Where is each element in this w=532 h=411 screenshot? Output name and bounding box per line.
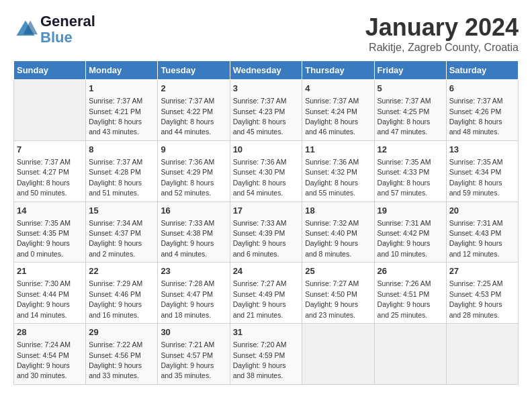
day-daylight: Daylight: 9 hours and 35 minutes.: [161, 361, 214, 379]
day-sunrise: Sunrise: 7:30 AM: [17, 279, 71, 287]
calendar-cell: 6 Sunrise: 7:37 AM Sunset: 4:26 PM Dayli…: [446, 80, 518, 141]
day-number: 14: [17, 205, 83, 217]
logo: General Blue: [13, 13, 95, 46]
day-sunrise: Sunrise: 7:35 AM: [17, 219, 71, 227]
day-sunrise: Sunrise: 7:36 AM: [161, 158, 214, 166]
day-number: 29: [89, 326, 154, 338]
day-sunset: Sunset: 4:49 PM: [233, 290, 285, 298]
day-number: 3: [233, 83, 300, 95]
day-sunset: Sunset: 4:56 PM: [89, 351, 141, 359]
day-number: 6: [449, 83, 515, 95]
day-sunrise: Sunrise: 7:31 AM: [378, 219, 431, 227]
header-saturday: Saturday: [446, 61, 518, 80]
day-daylight: Daylight: 8 hours and 50 minutes.: [17, 179, 70, 197]
day-sunset: Sunset: 4:54 PM: [17, 351, 69, 359]
calendar-cell: 7 Sunrise: 7:37 AM Sunset: 4:27 PM Dayli…: [14, 140, 86, 201]
day-number: 8: [89, 144, 154, 156]
day-number: 26: [378, 265, 443, 277]
day-daylight: Daylight: 8 hours and 59 minutes.: [449, 179, 502, 197]
calendar-cell: 13 Sunrise: 7:35 AM Sunset: 4:34 PM Dayl…: [446, 140, 518, 201]
calendar-cell: 25 Sunrise: 7:27 AM Sunset: 4:50 PM Dayl…: [302, 263, 374, 324]
day-number: 12: [378, 144, 443, 156]
day-daylight: Daylight: 9 hours and 12 minutes.: [449, 239, 502, 257]
calendar-cell: 27 Sunrise: 7:25 AM Sunset: 4:53 PM Dayl…: [446, 263, 518, 324]
calendar-cell: 18 Sunrise: 7:32 AM Sunset: 4:40 PM Dayl…: [302, 201, 374, 263]
day-number: 22: [89, 265, 154, 277]
day-sunset: Sunset: 4:21 PM: [89, 107, 141, 116]
day-sunset: Sunset: 4:47 PM: [161, 290, 213, 298]
day-sunset: Sunset: 4:33 PM: [378, 168, 430, 176]
day-sunrise: Sunrise: 7:20 AM: [233, 340, 287, 349]
calendar-cell: 30 Sunrise: 7:21 AM Sunset: 4:57 PM Dayl…: [158, 324, 230, 385]
calendar-header-row: SundayMondayTuesdayWednesdayThursdayFrid…: [14, 61, 519, 80]
day-sunrise: Sunrise: 7:37 AM: [378, 97, 431, 105]
day-number: 31: [233, 326, 300, 338]
header-wednesday: Wednesday: [230, 61, 302, 80]
header-friday: Friday: [374, 61, 446, 80]
day-daylight: Daylight: 9 hours and 2 minutes.: [89, 239, 142, 257]
day-sunset: Sunset: 4:42 PM: [378, 229, 430, 237]
day-sunset: Sunset: 4:50 PM: [305, 290, 357, 298]
day-number: 30: [161, 326, 226, 338]
calendar-table: SundayMondayTuesdayWednesdayThursdayFrid…: [13, 60, 519, 385]
header-thursday: Thursday: [302, 61, 374, 80]
day-daylight: Daylight: 9 hours and 0 minutes.: [17, 239, 70, 257]
calendar-week-2: 7 Sunrise: 7:37 AM Sunset: 4:27 PM Dayli…: [14, 140, 519, 201]
day-sunset: Sunset: 4:35 PM: [17, 229, 69, 237]
day-sunset: Sunset: 4:40 PM: [305, 229, 357, 237]
day-sunset: Sunset: 4:37 PM: [89, 229, 141, 237]
calendar-cell: 28 Sunrise: 7:24 AM Sunset: 4:54 PM Dayl…: [14, 324, 86, 385]
day-number: 1: [89, 83, 154, 95]
day-sunrise: Sunrise: 7:35 AM: [449, 158, 503, 166]
day-daylight: Daylight: 8 hours and 55 minutes.: [305, 179, 358, 197]
day-sunrise: Sunrise: 7:35 AM: [378, 158, 431, 166]
day-sunset: Sunset: 4:59 PM: [233, 351, 285, 359]
calendar-week-1: 1 Sunrise: 7:37 AM Sunset: 4:21 PM Dayli…: [14, 80, 519, 141]
day-daylight: Daylight: 8 hours and 44 minutes.: [161, 118, 214, 136]
day-sunset: Sunset: 4:57 PM: [161, 351, 213, 359]
day-daylight: Daylight: 9 hours and 30 minutes.: [17, 361, 70, 379]
day-sunrise: Sunrise: 7:25 AM: [449, 279, 503, 287]
calendar-cell: 19 Sunrise: 7:31 AM Sunset: 4:42 PM Dayl…: [374, 201, 446, 263]
header-sunday: Sunday: [14, 61, 86, 80]
calendar-cell: 15 Sunrise: 7:34 AM Sunset: 4:37 PM Dayl…: [86, 201, 158, 263]
day-sunrise: Sunrise: 7:26 AM: [378, 279, 431, 287]
title-block: January 2024 Rakitje, Zagreb County, Cro…: [365, 13, 519, 54]
day-number: 13: [449, 144, 515, 156]
day-daylight: Daylight: 9 hours and 21 minutes.: [233, 300, 286, 318]
logo-icon: [13, 17, 38, 42]
day-number: 4: [305, 83, 371, 95]
day-daylight: Daylight: 8 hours and 52 minutes.: [161, 179, 214, 197]
page-header: General Blue January 2024 Rakitje, Zagre…: [13, 13, 519, 54]
calendar-cell: 2 Sunrise: 7:37 AM Sunset: 4:22 PM Dayli…: [158, 80, 230, 141]
month-title: January 2024: [365, 13, 519, 42]
day-sunrise: Sunrise: 7:22 AM: [89, 340, 142, 349]
day-sunrise: Sunrise: 7:29 AM: [89, 279, 142, 287]
day-number: 17: [233, 205, 300, 217]
day-daylight: Daylight: 8 hours and 46 minutes.: [305, 118, 358, 136]
calendar-cell: 10 Sunrise: 7:36 AM Sunset: 4:30 PM Dayl…: [230, 140, 302, 201]
calendar-cell: 4 Sunrise: 7:37 AM Sunset: 4:24 PM Dayli…: [302, 80, 374, 141]
day-number: 20: [449, 205, 515, 217]
day-sunrise: Sunrise: 7:37 AM: [17, 158, 71, 166]
day-number: 23: [161, 265, 226, 277]
day-number: 16: [161, 205, 226, 217]
day-sunrise: Sunrise: 7:37 AM: [161, 97, 214, 105]
day-sunrise: Sunrise: 7:27 AM: [305, 279, 359, 287]
header-tuesday: Tuesday: [158, 61, 230, 80]
calendar-cell: 23 Sunrise: 7:28 AM Sunset: 4:47 PM Dayl…: [158, 263, 230, 324]
calendar-week-3: 14 Sunrise: 7:35 AM Sunset: 4:35 PM Dayl…: [14, 201, 519, 263]
logo-text: General Blue: [40, 13, 95, 46]
day-number: 2: [161, 83, 226, 95]
day-number: 7: [17, 144, 83, 156]
day-sunrise: Sunrise: 7:36 AM: [233, 158, 287, 166]
calendar-cell: [446, 324, 518, 385]
day-sunrise: Sunrise: 7:21 AM: [161, 340, 214, 349]
calendar-cell: 1 Sunrise: 7:37 AM Sunset: 4:21 PM Dayli…: [86, 80, 158, 141]
day-daylight: Daylight: 9 hours and 33 minutes.: [89, 361, 142, 379]
day-daylight: Daylight: 9 hours and 4 minutes.: [161, 239, 214, 257]
calendar-cell: 29 Sunrise: 7:22 AM Sunset: 4:56 PM Dayl…: [86, 324, 158, 385]
calendar-cell: 31 Sunrise: 7:20 AM Sunset: 4:59 PM Dayl…: [230, 324, 302, 385]
header-monday: Monday: [86, 61, 158, 80]
day-daylight: Daylight: 9 hours and 38 minutes.: [233, 361, 286, 379]
